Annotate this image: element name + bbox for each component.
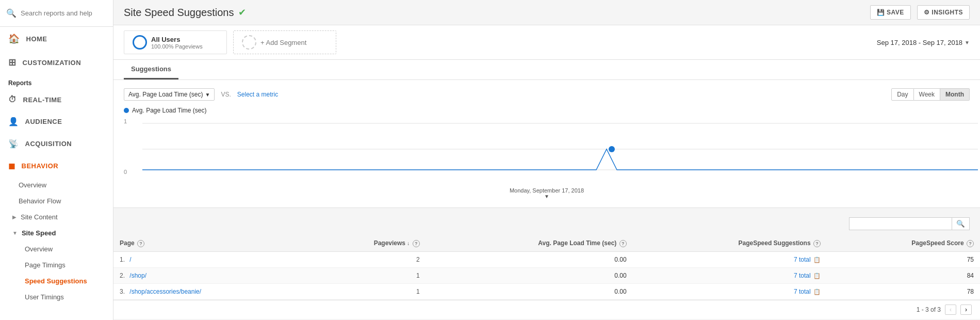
metric-label: Avg. Page Load Time (sec) [128, 91, 203, 98]
day-button[interactable]: Day [891, 88, 913, 101]
verified-check-icon: ✔ [238, 7, 246, 18]
sidebar-item-behavior[interactable]: ◼ BEHAVIOR [0, 155, 113, 177]
behavior-overview-label: Overview [19, 181, 46, 189]
pageviews-sort-icon[interactable]: ↓ [407, 241, 410, 246]
sidebar-item-user-timings[interactable]: User Timings [0, 289, 113, 305]
sidebar-item-audience[interactable]: 👤 AUDIENCE [0, 110, 113, 133]
table-search-bar: 🔍 [113, 212, 980, 235]
realtime-label: REAL-TIME [23, 96, 62, 104]
cell-pageviews-0: 2 [306, 252, 426, 268]
behavior-icon: ◼ [8, 161, 15, 171]
page-link-0[interactable]: / [129, 256, 131, 263]
add-segment-button[interactable]: + Add Segment [233, 30, 336, 54]
table-row: 3. /shop/accessories/beanie/ 1 0.00 7 to… [113, 284, 980, 300]
cell-page-1: 2. /shop/ [113, 268, 306, 284]
chart-controls: Avg. Page Load Time (sec) ▼ VS. Select a… [124, 88, 970, 101]
week-button[interactable]: Week [914, 88, 940, 101]
insights-label: INSIGHTS [932, 9, 963, 16]
site-speed-arrow-icon: ▼ [12, 230, 18, 236]
ps-suggestions-link-0[interactable]: 7 total [794, 256, 811, 263]
acquisition-label: ACQUISITION [25, 140, 72, 148]
cell-ps-score-0: 75 [827, 252, 980, 268]
ps-score-help-icon[interactable]: ? [967, 240, 974, 247]
home-icon: 🏠 [8, 33, 20, 44]
page-link-2[interactable]: /shop/accessories/beanie/ [129, 288, 201, 295]
prev-page-button[interactable]: ‹ [945, 305, 956, 315]
cell-ps-suggestions-1: 7 total 📋 [633, 268, 827, 284]
page-link-1[interactable]: /shop/ [129, 272, 146, 279]
page-title: Site Speed Suggestions [124, 7, 234, 19]
audience-icon: 👤 [8, 117, 19, 126]
chart-datapoint [609, 146, 615, 152]
acquisition-icon: 📡 [8, 139, 19, 149]
sidebar-item-ss-overview[interactable]: Overview [0, 241, 113, 257]
tab-suggestions[interactable]: Suggestions [124, 60, 178, 79]
sidebar-item-site-speed[interactable]: ▼ Site Speed [0, 225, 113, 241]
tab-bar: Suggestions [113, 60, 980, 80]
save-label: SAVE [887, 9, 904, 16]
save-icon: 💾 [877, 9, 885, 16]
sidebar-item-customization[interactable]: ⊞ CUSTOMIZATION [0, 51, 113, 74]
sidebar-item-behavior-flow[interactable]: Behavior Flow [0, 193, 113, 209]
row-number-0: 1. [120, 256, 125, 263]
behavior-label: BEHAVIOR [22, 162, 59, 170]
table-search-input[interactable] [849, 217, 952, 230]
main-header: Site Speed Suggestions ✔ 💾 SAVE ⚙ INSIGH… [113, 0, 980, 25]
all-users-segment[interactable]: All Users 100.00% Pageviews [124, 30, 227, 54]
reports-section-label: Reports [0, 74, 113, 89]
date-range-picker[interactable]: Sep 17, 2018 - Sep 17, 2018 ▼ [877, 39, 970, 46]
sidebar-item-acquisition[interactable]: 📡 ACQUISITION [0, 133, 113, 155]
realtime-icon: ⏱ [8, 95, 17, 104]
save-button[interactable]: 💾 SAVE [870, 5, 911, 20]
sidebar-search-area: 🔍 [0, 0, 113, 27]
metric-dropdown[interactable]: Avg. Page Load Time (sec) ▼ [124, 88, 215, 101]
page-help-icon[interactable]: ? [137, 240, 144, 247]
chart-y-bottom: 0 [124, 169, 127, 175]
cell-pageviews-2: 1 [306, 284, 426, 300]
cell-avgload-0: 0.00 [426, 252, 633, 268]
sidebar-item-realtime[interactable]: ⏱ REAL-TIME [0, 89, 113, 110]
chart-date-arrow-icon: ▼ [124, 194, 970, 199]
sidebar-item-home[interactable]: 🏠 HOME [0, 27, 113, 51]
chart-y-top: 1 [124, 118, 127, 124]
speed-suggestions-label: Speed Suggestions [25, 277, 87, 285]
segment-bar: All Users 100.00% Pageviews + Add Segmen… [113, 25, 980, 60]
month-button[interactable]: Month [940, 88, 970, 101]
insights-button[interactable]: ⚙ INSIGHTS [917, 5, 970, 20]
ps-suggestions-help-icon[interactable]: ? [813, 240, 821, 247]
external-link-icon-1: 📋 [813, 273, 821, 279]
page-title-area: Site Speed Suggestions ✔ [124, 7, 246, 19]
date-range-label: Sep 17, 2018 - Sep 17, 2018 [877, 39, 962, 46]
add-segment-circle-icon [242, 35, 256, 50]
cell-ps-suggestions-0: 7 total 📋 [633, 252, 827, 268]
pageviews-help-icon[interactable]: ? [413, 240, 420, 247]
next-page-button[interactable]: › [960, 305, 972, 315]
search-input[interactable] [21, 9, 107, 17]
col-ps-score: PageSpeed Score ? [827, 235, 980, 252]
avgload-help-icon[interactable]: ? [619, 240, 627, 247]
legend-label: Avg. Page Load Time (sec) [132, 107, 207, 114]
customization-icon: ⊞ [8, 57, 17, 68]
ps-suggestions-link-1[interactable]: 7 total [794, 272, 811, 279]
sidebar-item-site-content[interactable]: ▶ Site Content [0, 209, 113, 225]
sidebar-item-speed-suggestions[interactable]: Speed Suggestions [0, 273, 113, 289]
row-number-1: 2. [120, 272, 125, 279]
col-page: Page ? [113, 235, 306, 252]
search-icon: 🔍 [6, 8, 17, 18]
chart-svg-container: 1 0 [124, 118, 970, 185]
col-ps-suggestions: PageSpeed Suggestions ? [633, 235, 827, 252]
segment-name: All Users [151, 36, 203, 43]
site-content-label: Site Content [21, 213, 58, 221]
time-buttons-group: Day Week Month [891, 88, 970, 101]
sidebar-item-behavior-overview[interactable]: Overview [0, 177, 113, 193]
table-header-row: Page ? Pageviews ↓ ? Avg. Page Load Time… [113, 235, 980, 252]
audience-label: AUDIENCE [25, 118, 62, 125]
cell-page-2: 3. /shop/accessories/beanie/ [113, 284, 306, 300]
table-search-button[interactable]: 🔍 [952, 217, 970, 230]
sidebar-item-page-timings[interactable]: Page Timings [0, 257, 113, 273]
ps-suggestions-link-2[interactable]: 7 total [794, 288, 811, 295]
select-metric-link[interactable]: Select a metric [237, 91, 278, 98]
table-area: 🔍 Page ? Pageviews ↓ ? Avg. Page Load Ti… [113, 212, 980, 319]
behavior-flow-label: Behavior Flow [19, 197, 61, 205]
cell-page-0: 1. / [113, 252, 306, 268]
